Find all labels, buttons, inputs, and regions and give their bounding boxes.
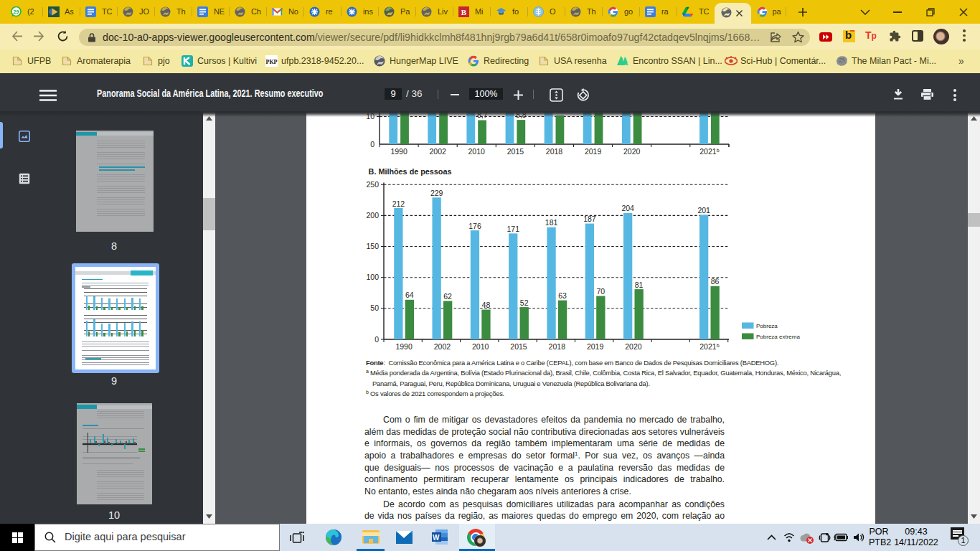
svg-text:2015: 2015 — [510, 342, 527, 351]
svg-text:2010: 2010 — [472, 342, 489, 351]
svg-text:2018: 2018 — [549, 342, 566, 351]
svg-text:150: 150 — [366, 242, 379, 250]
svg-text:0: 0 — [370, 140, 374, 149]
svg-text:52: 52 — [520, 298, 529, 307]
svg-text:229: 229 — [430, 189, 443, 197]
svg-text:187: 187 — [583, 215, 596, 223]
svg-text:200: 200 — [366, 211, 379, 220]
svg-text:2015: 2015 — [507, 147, 524, 156]
svg-text:1990: 1990 — [395, 342, 413, 351]
svg-text:2002: 2002 — [434, 342, 451, 351]
svg-text:48: 48 — [482, 301, 491, 309]
svg-text:0: 0 — [374, 335, 379, 344]
svg-text:2019: 2019 — [587, 342, 604, 351]
svg-text:201: 201 — [697, 206, 710, 215]
svg-text:100: 100 — [366, 273, 379, 281]
svg-text:86: 86 — [711, 277, 720, 286]
svg-text:204: 204 — [621, 204, 634, 212]
svg-text:181: 181 — [545, 218, 558, 227]
svg-text:63: 63 — [558, 291, 567, 300]
svg-text:B. Milhões de pessoas: B. Milhões de pessoas — [369, 167, 452, 176]
svg-text:250: 250 — [366, 180, 379, 189]
svg-text:81: 81 — [635, 281, 644, 289]
svg-text:Pobreza extrema: Pobreza extrema — [756, 334, 800, 340]
svg-text:171: 171 — [507, 225, 520, 233]
svg-text:2010: 2010 — [468, 147, 486, 156]
svg-text:2020: 2020 — [623, 147, 641, 156]
svg-text:29: 29 — [13, 9, 19, 14]
svg-text:64: 64 — [405, 291, 414, 299]
svg-text:2018: 2018 — [546, 147, 563, 156]
svg-text:2002: 2002 — [430, 147, 447, 156]
svg-text:2020: 2020 — [625, 342, 642, 351]
svg-text:50: 50 — [370, 303, 379, 312]
svg-text:2021b: 2021b — [699, 147, 719, 156]
svg-text:1990: 1990 — [390, 147, 407, 156]
svg-text:2019: 2019 — [585, 147, 602, 156]
svg-text:B: B — [461, 8, 467, 17]
svg-text:212: 212 — [392, 199, 405, 208]
svg-text:2021b: 2021b — [699, 342, 719, 351]
svg-text:70: 70 — [596, 287, 605, 296]
svg-text:62: 62 — [443, 292, 452, 301]
svg-text:PKP: PKP — [266, 59, 278, 65]
svg-text:176: 176 — [468, 222, 481, 230]
svg-text:Pobreza: Pobreza — [756, 323, 778, 329]
